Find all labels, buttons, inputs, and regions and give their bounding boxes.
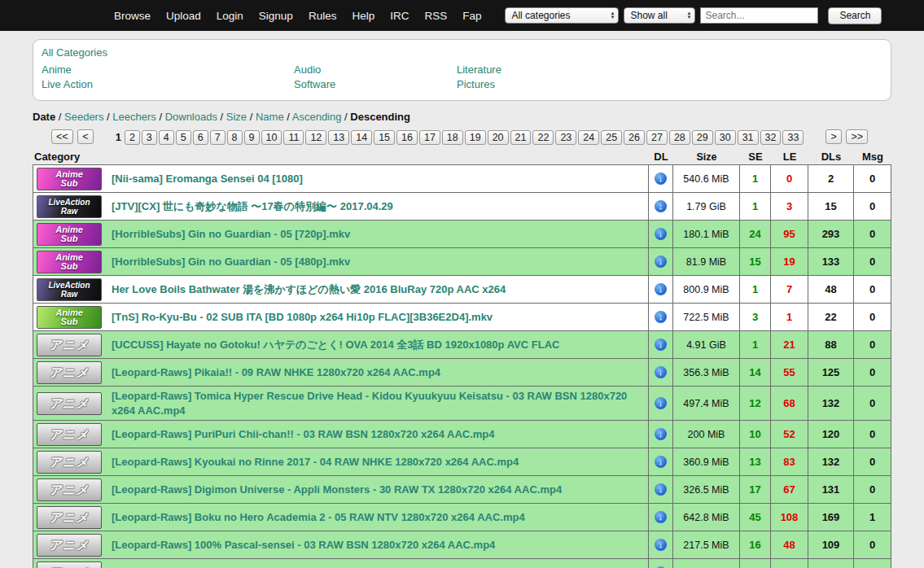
category-link-software[interactable]: Software [294, 78, 457, 90]
download-icon[interactable]: ↓ [655, 366, 667, 378]
category-icon-anime-jp[interactable]: アニメ [37, 361, 102, 384]
page-button-33[interactable]: 33 [782, 130, 804, 145]
category-icon-anime-sub[interactable]: AnimeSub [37, 251, 102, 273]
page-first-button[interactable]: << [51, 129, 73, 144]
page-next-button[interactable]: > [825, 129, 841, 144]
page-button-10[interactable]: 10 [261, 130, 282, 145]
search-button[interactable]: Search [828, 7, 882, 24]
torrent-title-link[interactable]: [HorribleSubs] Gin no Guardian - 05 [480… [112, 255, 350, 269]
download-icon[interactable]: ↓ [655, 397, 667, 409]
page-button-23[interactable]: 23 [555, 130, 576, 145]
download-icon[interactable]: ↓ [655, 483, 667, 496]
sort-name[interactable]: Name [256, 111, 284, 123]
category-icon-anime-jp[interactable]: アニメ [37, 392, 102, 415]
category-link-anime[interactable]: Anime [42, 63, 294, 76]
torrent-title-link[interactable]: [Leopard-Raws] Kyoukai no Rinne 2017 - 0… [112, 455, 519, 470]
nav-irc[interactable]: IRC [390, 10, 409, 22]
page-button-32[interactable]: 32 [760, 130, 782, 145]
page-button-27[interactable]: 27 [646, 130, 668, 145]
page-button-18[interactable]: 18 [442, 130, 463, 145]
sort-size[interactable]: Size [226, 111, 247, 123]
category-icon-anime-sub[interactable]: AnimeSub [37, 223, 102, 246]
download-icon[interactable]: ↓ [655, 511, 667, 523]
sort-date[interactable]: Date [33, 111, 55, 123]
page-button-9[interactable]: 9 [244, 130, 260, 145]
page-button-3[interactable]: 3 [142, 130, 157, 145]
category-link-audio[interactable]: Audio [294, 63, 457, 76]
torrent-title-link[interactable]: [Nii-sama] Eromanga Sensei 04 [1080] [112, 172, 303, 186]
filter-select[interactable]: Show all [624, 7, 695, 24]
nav-browse[interactable]: Browse [114, 10, 151, 22]
nav-rules[interactable]: Rules [309, 10, 337, 22]
page-button-22[interactable]: 22 [532, 130, 554, 145]
page-prev-button[interactable]: < [77, 129, 93, 144]
category-icon-anime-jp[interactable]: アニメ [37, 451, 102, 474]
nav-help[interactable]: Help [352, 10, 374, 22]
torrent-title-link[interactable]: [Leopard-Raws] Pikaia!! - 09 RAW NHKE 12… [112, 365, 440, 380]
torrent-title-link[interactable]: [UCCUSS] Hayate no Gotoku! ハヤテのごとく! OVA … [112, 338, 559, 352]
page-button-30[interactable]: 30 [715, 130, 736, 145]
download-icon[interactable]: ↓ [655, 283, 667, 295]
download-icon[interactable]: ↓ [655, 339, 667, 351]
page-button-20[interactable]: 20 [488, 130, 509, 145]
category-icon-anime-jp[interactable]: アニメ [37, 506, 102, 529]
page-button-21[interactable]: 21 [510, 130, 532, 145]
page-button-17[interactable]: 17 [419, 130, 440, 145]
download-icon[interactable]: ↓ [655, 228, 667, 240]
category-icon-liveaction-raw[interactable]: LiveActionRaw [37, 278, 102, 301]
download-icon[interactable]: ↓ [655, 311, 667, 323]
sort-descending[interactable]: Descending [350, 111, 410, 123]
search-input[interactable] [700, 7, 818, 24]
category-icon-anime-sub-ita[interactable]: AnimeSub [37, 306, 102, 329]
header-category[interactable]: Category [33, 151, 104, 163]
page-button-11[interactable]: 11 [283, 130, 304, 145]
page-button-19[interactable]: 19 [465, 130, 486, 145]
category-link-live-action[interactable]: Live Action [42, 78, 294, 90]
torrent-title-link[interactable]: [Leopard-Raws] 100% Pascal-sensei - 03 R… [112, 538, 495, 553]
download-icon[interactable]: ↓ [655, 428, 667, 440]
page-button-12[interactable]: 12 [305, 130, 326, 145]
page-button-8[interactable]: 8 [227, 130, 243, 145]
download-icon[interactable]: ↓ [655, 200, 667, 212]
page-button-25[interactable]: 25 [601, 130, 622, 145]
category-icon-anime-jp[interactable]: アニメ [37, 334, 102, 356]
download-icon[interactable]: ↓ [655, 256, 667, 268]
torrent-title-link[interactable]: [TnS] Ro-Kyu-Bu - 02 SUB ITA [BD 1080p x… [112, 310, 493, 325]
page-button-13[interactable]: 13 [328, 130, 349, 145]
page-button-14[interactable]: 14 [351, 130, 372, 145]
page-button-26[interactable]: 26 [624, 130, 645, 145]
page-last-button[interactable]: >> [846, 129, 868, 144]
page-button-4[interactable]: 4 [159, 130, 174, 145]
page-button-24[interactable]: 24 [578, 130, 599, 145]
download-icon[interactable]: ↓ [655, 456, 667, 468]
sort-ascending[interactable]: Ascending [292, 111, 342, 123]
page-button-16[interactable]: 16 [396, 130, 418, 145]
page-button-29[interactable]: 29 [692, 130, 713, 145]
header-le[interactable]: LE [771, 151, 808, 163]
torrent-title-link[interactable]: [Leopard-Raws] PuriPuri Chii-chan!! - 03… [112, 427, 495, 442]
category-icon-liveaction-raw[interactable]: LiveActionRaw [37, 195, 102, 218]
download-icon[interactable]: ↓ [655, 539, 667, 551]
category-select[interactable]: All categories [505, 7, 619, 24]
torrent-title-link[interactable]: [HorribleSubs] Gin no Guardian - 05 [720… [112, 227, 350, 242]
torrent-title-link[interactable]: Her Love Boils Bathwater 湯を沸かすほどの熱い愛 201… [112, 282, 506, 297]
header-dls[interactable]: DLs [808, 151, 854, 163]
page-button-15[interactable]: 15 [374, 130, 395, 145]
category-link-pictures[interactable]: Pictures [457, 78, 709, 90]
torrent-title-link[interactable]: [Leopard-Raws] Boku no Hero Academia 2 -… [112, 510, 525, 525]
page-button-28[interactable]: 28 [669, 130, 690, 145]
page-button-31[interactable]: 31 [738, 130, 759, 145]
sort-downloads[interactable]: Downloads [165, 111, 217, 123]
category-link-all[interactable]: All Categories [42, 46, 882, 59]
category-icon-anime-jp[interactable]: アニメ [37, 478, 102, 501]
category-icon-anime-jp[interactable]: アニメ [37, 561, 102, 568]
nav-fap[interactable]: Fap [462, 10, 481, 22]
page-button-2[interactable]: 2 [125, 130, 140, 145]
torrent-title-link[interactable]: [Leopard-Raws] Tomica Hyper Rescue Drive… [112, 389, 642, 417]
header-size[interactable]: Size [673, 151, 740, 163]
nav-rss[interactable]: RSS [424, 10, 447, 22]
sort-leechers[interactable]: Leechers [112, 111, 155, 123]
torrent-title-link[interactable]: [Leopard-Raws] Digimon Universe - Appli … [112, 483, 562, 497]
sort-seeders[interactable]: Seeders [64, 111, 103, 123]
header-se[interactable]: SE [740, 151, 771, 163]
